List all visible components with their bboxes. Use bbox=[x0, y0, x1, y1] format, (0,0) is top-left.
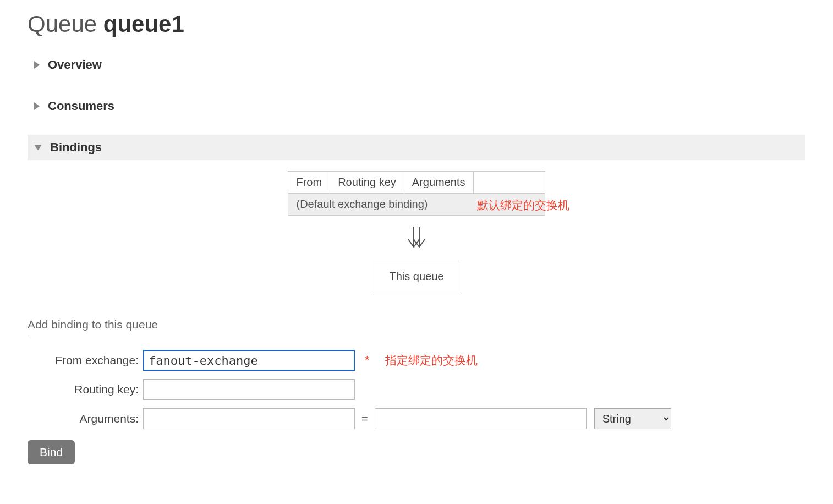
th-routing-key: Routing key bbox=[330, 172, 404, 194]
th-actions bbox=[473, 172, 545, 194]
from-exchange-label: From exchange: bbox=[28, 354, 143, 367]
routing-key-input[interactable] bbox=[143, 379, 355, 400]
section-overview-title: Overview bbox=[48, 58, 102, 72]
bind-button[interactable]: Bind bbox=[28, 440, 75, 464]
annotation-default-exchange: 默认绑定的交换机 bbox=[477, 198, 569, 213]
section-bindings-header[interactable]: Bindings bbox=[28, 135, 805, 160]
title-prefix: Queue bbox=[28, 11, 103, 37]
from-exchange-input[interactable] bbox=[143, 350, 355, 371]
table-header-row: From Routing key Arguments bbox=[288, 172, 545, 194]
argument-value-input[interactable] bbox=[375, 408, 587, 429]
routing-key-label: Routing key: bbox=[28, 383, 143, 396]
arguments-label: Arguments: bbox=[28, 412, 143, 425]
argument-key-input[interactable] bbox=[143, 408, 355, 429]
page-title: Queue queue1 bbox=[28, 11, 805, 37]
queue-name: queue1 bbox=[103, 11, 184, 37]
required-asterisk: * bbox=[365, 353, 370, 368]
section-overview-header[interactable]: Overview bbox=[28, 52, 805, 78]
chevron-down-icon bbox=[34, 145, 42, 150]
th-arguments: Arguments bbox=[404, 172, 473, 194]
th-from: From bbox=[288, 172, 330, 194]
annotation-specify-exchange: 指定绑定的交换机 bbox=[385, 353, 478, 368]
this-queue-box: This queue bbox=[374, 260, 460, 293]
section-consumers-header[interactable]: Consumers bbox=[28, 94, 805, 119]
arrow-down-icon bbox=[405, 224, 428, 251]
equals-sign: = bbox=[361, 413, 368, 425]
chevron-right-icon bbox=[34, 102, 40, 110]
argument-type-select[interactable]: String bbox=[594, 408, 671, 429]
add-binding-form: From exchange: * 指定绑定的交换机 Routing key: A… bbox=[28, 350, 805, 464]
chevron-right-icon bbox=[34, 61, 40, 69]
section-bindings-title: Bindings bbox=[50, 140, 102, 155]
section-consumers-title: Consumers bbox=[48, 99, 114, 113]
add-binding-title: Add binding to this queue bbox=[28, 318, 805, 336]
